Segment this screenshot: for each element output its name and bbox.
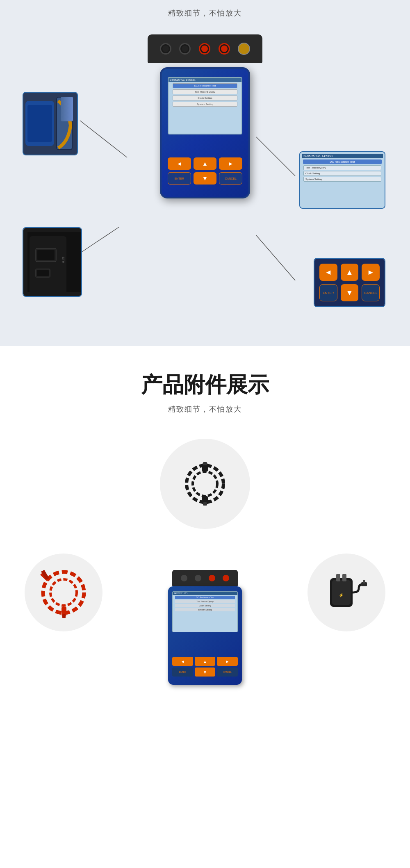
red-clamp-drawing: [37, 566, 90, 619]
screen-menu-1: Test Record Query: [173, 89, 237, 94]
connector-block: [148, 34, 262, 63]
section2-accessories: 产品附件展示 精致细节，不怕放大: [0, 346, 410, 713]
ports-photo: ETH: [23, 228, 81, 296]
mini-pin-3: [209, 575, 215, 581]
zoom-btn-cancel[interactable]: CANCEL: [362, 284, 380, 301]
zoom-btn-right[interactable]: ►: [362, 264, 380, 281]
screen-header: 24/05/25 Tue. 14:50:21: [169, 78, 241, 82]
mini-btn-cancel[interactable]: CANCEL: [217, 668, 238, 677]
zoom-screen-title: DC Resistance Test: [303, 159, 382, 164]
btn-enter[interactable]: ENTER: [168, 172, 191, 185]
mini-screen-title: DC Resistance Test: [175, 596, 235, 599]
mini-btn-up[interactable]: ▲: [195, 657, 216, 666]
zoom-panel-screen: 24/05/25 Tue. 14:50:21 DC Resistance Tes…: [299, 151, 385, 209]
mini-screen-header: 24/05/25 16:25: [173, 592, 237, 595]
mini-screen-item-1: Test Record Query: [175, 600, 235, 603]
mini-screen: 24/05/25 16:25 DC Resistance Test Test R…: [172, 591, 238, 632]
acc-red-clamp-circle: [25, 554, 102, 631]
zoom-panel-strap: [23, 92, 78, 155]
zoom-panel-buttons: ◄ ▲ ► ENTER ▼ CANCEL: [314, 258, 385, 307]
accessories-layout: 24/05/25 16:25 DC Resistance Test Test R…: [0, 439, 410, 685]
svg-rect-21: [203, 502, 207, 506]
section2-subtitle: 精致细节，不怕放大: [0, 404, 410, 414]
btn-up[interactable]: ▲: [194, 157, 217, 170]
mini-btn-right[interactable]: ►: [217, 657, 238, 666]
pin-minus-i: [160, 43, 171, 55]
mini-btn-down[interactable]: ▼: [195, 668, 216, 677]
zoom-btn-enter[interactable]: ENTER: [319, 284, 337, 301]
svg-rect-12: [37, 250, 55, 260]
svg-rect-29: [342, 574, 346, 581]
svg-rect-25: [62, 614, 66, 618]
strap-photo: [23, 93, 77, 155]
mini-connector-block: [172, 570, 238, 586]
svg-point-17: [193, 472, 217, 496]
btn-left[interactable]: ◄: [168, 157, 191, 170]
pin-minus-u: [179, 43, 191, 55]
svg-line-2: [256, 137, 295, 176]
svg-rect-20: [203, 462, 207, 465]
zoom-btn-up[interactable]: ▲: [341, 264, 359, 281]
svg-text:ETH: ETH: [61, 257, 65, 263]
zoom-screen-date: 24/05/25 Tue. 14:50:21: [303, 155, 333, 157]
section1-product-detail: 精致细节，不怕放大 24/05/25 Tue. 14:50:21: [0, 0, 410, 346]
mini-btn-enter[interactable]: ENTER: [172, 668, 193, 677]
mini-body: 24/05/25 16:25 DC Resistance Test Test R…: [168, 586, 242, 685]
pin-plus-u: [199, 43, 210, 55]
zoom-screen-menu-1: Test Record Query: [303, 165, 381, 170]
zoom-screen-header: 24/05/25 Tue. 14:50:21: [302, 154, 383, 158]
screen-title: DC Resistance Test: [173, 83, 237, 88]
svg-rect-27: [332, 580, 351, 605]
svg-text:⚡: ⚡: [339, 592, 344, 598]
zoom-panel-ports: ETH: [23, 227, 82, 297]
mini-btn-left[interactable]: ◄: [172, 657, 193, 666]
pin-ground: [238, 43, 250, 55]
screen-zoom-content: 24/05/25 Tue. 14:50:21 DC Resistance Tes…: [300, 152, 385, 208]
adapter-drawing: ⚡: [322, 568, 371, 617]
btn-right[interactable]: ►: [219, 157, 242, 170]
mini-device: 24/05/25 16:25 DC Resistance Test Test R…: [164, 570, 246, 685]
svg-line-3: [256, 235, 295, 280]
btn-cancel[interactable]: CANCEL: [219, 172, 242, 185]
buttons-zoom-grid: ◄ ▲ ► ENTER ▼ CANCEL: [314, 259, 385, 306]
zoom-btn-down[interactable]: ▼: [341, 284, 359, 301]
acc-cable-circle: [160, 439, 250, 529]
mini-pin-1: [181, 575, 187, 581]
acc-adapter-circle: ⚡: [308, 554, 385, 631]
zoom-screen-menu-2: Clock Setting: [303, 171, 381, 176]
device-screen: 24/05/25 Tue. 14:50:21 DC Resistance Tes…: [168, 77, 242, 134]
device-body: 24/05/25 Tue. 14:50:21 DC Resistance Tes…: [160, 67, 250, 198]
pin-plus-i: [219, 43, 230, 55]
diagram-area: 24/05/25 Tue. 14:50:21 DC Resistance Tes…: [0, 30, 410, 330]
svg-rect-14: [37, 270, 49, 276]
device-buttons-grid: ◄ ▲ ► ENTER ▼ CANCEL: [168, 157, 242, 185]
zoom-screen-menu-3: System Setting: [303, 177, 381, 182]
mini-screen-item-3: System Setting: [175, 608, 235, 611]
svg-line-1: [82, 227, 119, 252]
cable-drawing: [182, 461, 228, 506]
ports-illustration: ETH: [27, 232, 82, 292]
svg-rect-31: [363, 580, 365, 583]
svg-point-23: [50, 579, 77, 606]
screen-menu-3: System Setting: [173, 102, 237, 107]
screen-menu-2: Clock Setting: [173, 96, 237, 100]
mini-screen-item-2: Clock Setting: [175, 604, 235, 607]
mini-pin-2: [195, 575, 201, 581]
svg-rect-28: [336, 574, 340, 581]
section1-subtitle: 精致细节，不怕放大: [0, 8, 410, 18]
strap-illustration: [23, 93, 77, 155]
btn-down[interactable]: ▼: [194, 172, 217, 185]
screen-date: 24/05/25 Tue. 14:50:21: [170, 79, 196, 81]
section2-title: 产品附件展示: [0, 371, 410, 399]
acc-device-center: 24/05/25 16:25 DC Resistance Test Test R…: [102, 554, 308, 685]
svg-line-0: [80, 121, 127, 157]
acc-middle-row: 24/05/25 16:25 DC Resistance Test Test R…: [25, 554, 385, 685]
svg-rect-10: [30, 236, 66, 292]
mini-btns-grid: ◄ ▲ ► ENTER ▼ CANCEL: [172, 657, 238, 677]
zoom-btn-left[interactable]: ◄: [319, 264, 337, 281]
svg-rect-8: [27, 105, 52, 142]
mini-pin-4: [223, 575, 229, 581]
